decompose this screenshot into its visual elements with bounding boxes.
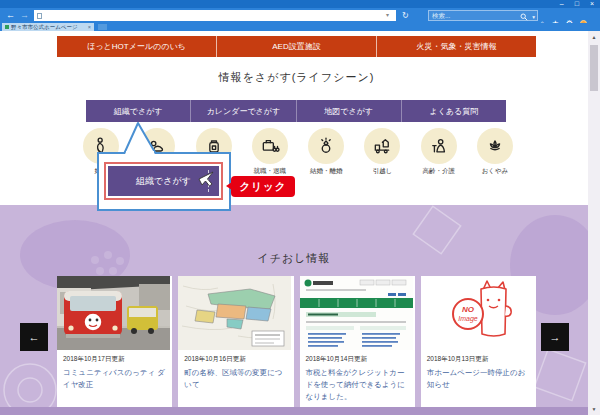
search-input[interactable]: [429, 11, 517, 20]
page-content: ほっとHOTメールののいち AED設置施設 火災・気象・災害情報 情報をさがす(…: [0, 31, 588, 415]
minimize-button[interactable]: –: [560, 0, 564, 8]
address-bar-input[interactable]: [34, 10, 396, 21]
bus-photo: [57, 276, 172, 350]
tab-by-calendar[interactable]: カレンダーでさがす: [190, 100, 295, 122]
search-method-tabs: 組織でさがす カレンダーでさがす 地図でさがす よくある質問: [86, 100, 506, 122]
refresh-icon[interactable]: ↻: [402, 11, 409, 20]
forward-button[interactable]: →: [20, 10, 29, 20]
tab-strip: 野々市市公式ホームページ ×: [0, 23, 600, 31]
card-date: 2018年10月17日更新: [63, 355, 166, 364]
card-title-link[interactable]: コミュニティバスのっティ ダイヤ改正: [63, 367, 166, 391]
tab-by-map[interactable]: 地図でさがす: [296, 100, 401, 122]
maximize-button[interactable]: □: [575, 0, 579, 8]
footer-band: [0, 407, 588, 415]
card-date: 2018年10月14日更新: [306, 355, 409, 364]
click-callout-badge: クリック: [231, 176, 295, 197]
new-tab-button[interactable]: [98, 24, 107, 30]
featured-card-map[interactable]: 2018年10月16日更新 町の名称、区域等の変更について: [178, 276, 293, 409]
search-dropdown-icon[interactable]: ▾: [532, 14, 535, 20]
lifescene-condolence[interactable]: おくやみ: [472, 128, 518, 176]
tab-by-organization[interactable]: 組織でさがす: [86, 100, 190, 122]
featured-card-bus[interactable]: 2018年10月17日更新 コミュニティバスのっティ ダイヤ改正: [57, 276, 172, 409]
featured-heading: イチおし情報: [0, 251, 588, 266]
lifescene-marriage[interactable]: 結婚・離婚: [303, 128, 349, 176]
back-button[interactable]: ←: [6, 10, 15, 20]
lotus-icon: [485, 136, 505, 156]
district-map: [178, 276, 293, 350]
ring-icon: [316, 136, 336, 156]
briefcase-icon: [260, 136, 280, 156]
elderly-icon: [429, 136, 449, 156]
card-title-link[interactable]: 町の名称、区域等の変更について: [184, 367, 287, 391]
browser-toolbar: ← → ▾ ↻ ▾ ⌂ ★ ⚙: [0, 8, 600, 23]
no-image-placeholder: NO Image: [421, 276, 536, 350]
search-box: ▾: [428, 10, 538, 21]
nav-aed[interactable]: AED設置施設: [216, 36, 376, 57]
lifescene-employment[interactable]: 就職・退職: [247, 128, 293, 176]
tab-title: 野々市市公式ホームページ: [11, 24, 86, 31]
featured-section: イチおし情報: [0, 205, 588, 415]
badge-tail: [226, 182, 232, 190]
featured-cards: 2018年10月17日更新 コミュニティバスのっティ ダイヤ改正: [57, 276, 536, 409]
browser-tab[interactable]: 野々市市公式ホームページ ×: [2, 23, 94, 31]
carousel-next-button[interactable]: →: [541, 323, 569, 351]
webpage-screenshot: [300, 276, 415, 350]
lifescene-moving[interactable]: 引越し: [359, 128, 405, 176]
no-image-text-line2: Image: [458, 315, 478, 323]
truck-icon: [372, 136, 392, 156]
address-dropdown-icon[interactable]: ▾: [386, 11, 389, 18]
close-button[interactable]: ×: [590, 0, 594, 8]
site-favicon: [5, 25, 9, 29]
top-navigation: ほっとHOTメールののいち AED設置施設 火災・気象・災害情報: [57, 36, 536, 57]
tab-faq[interactable]: よくある質問: [401, 100, 506, 122]
scroll-down-arrow[interactable]: ▼: [588, 406, 600, 412]
card-date: 2018年10月16日更新: [184, 355, 287, 364]
nav-disaster[interactable]: 火災・気象・災害情報: [376, 36, 536, 57]
popup-tail: [108, 121, 168, 154]
featured-card-maintenance[interactable]: NO Image 2018年10月13日更新 市ホームページ一時停止のお知らせ: [421, 276, 536, 409]
page-scrollbar[interactable]: ▲ ▼: [588, 31, 600, 415]
title-bar: – □ ×: [0, 0, 600, 8]
tab-close-icon[interactable]: ×: [88, 24, 91, 30]
card-title-link[interactable]: 市税と料金がクレジットカードを使って納付できるようになりました。: [306, 367, 409, 403]
search-icon[interactable]: [520, 13, 528, 21]
lifescene-elderly-care[interactable]: 高齢・介護: [416, 128, 462, 176]
card-date: 2018年10月13日更新: [427, 355, 530, 364]
no-image-text-line1: NO: [462, 305, 475, 314]
lifescene-heading: 情報をさがす(ライフシーン): [57, 70, 536, 85]
carousel-prev-button[interactable]: ←: [20, 323, 48, 351]
card-title-link[interactable]: 市ホームページ一時停止のお知らせ: [427, 367, 530, 391]
nav-hot-mail[interactable]: ほっとHOTメールののいち: [57, 36, 216, 57]
browser-window: – □ × ← → ▾ ↻ ▾ ⌂ ★ ⚙ 野々市市公式ホームページ ×: [0, 0, 600, 415]
mouse-cursor-icon: [198, 171, 214, 187]
featured-card-creditcard[interactable]: 2018年10月14日更新 市税と料金がクレジットカードを使って納付できるように…: [300, 276, 415, 409]
page-icon: [37, 13, 42, 19]
scrollbar-thumb[interactable]: [590, 45, 598, 91]
scroll-up-arrow[interactable]: ▲: [588, 34, 600, 40]
